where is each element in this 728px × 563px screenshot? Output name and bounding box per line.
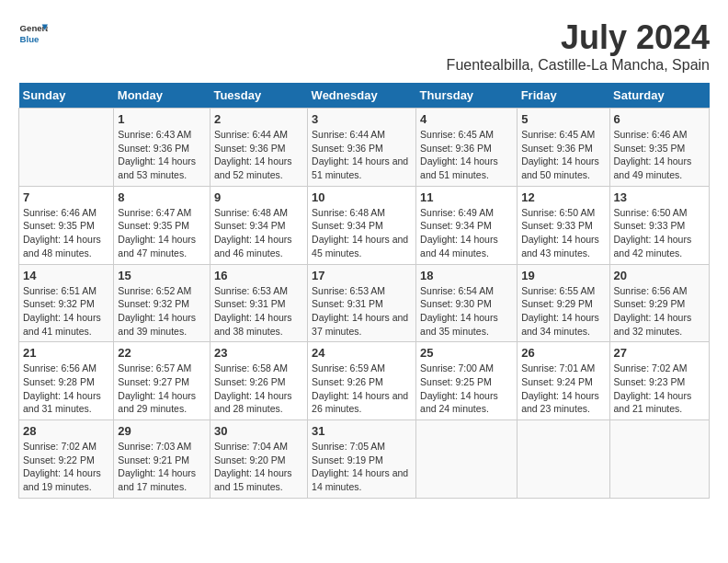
day-number: 6 — [614, 112, 705, 126]
day-number: 20 — [614, 269, 705, 282]
calendar-week-row: 1 Sunrise: 6:43 AM Sunset: 9:36 PM Dayli… — [19, 109, 710, 187]
calendar-cell: 1 Sunrise: 6:43 AM Sunset: 9:36 PM Dayli… — [114, 109, 210, 187]
sunrise-text: Sunrise: 6:58 AM — [214, 362, 303, 375]
day-number: 18 — [420, 269, 513, 282]
sunset-text: Sunset: 9:25 PM — [420, 375, 513, 389]
day-number: 25 — [420, 346, 513, 360]
sunset-text: Sunset: 9:19 PM — [312, 454, 412, 467]
day-info: Sunrise: 6:58 AM Sunset: 9:26 PM Dayligh… — [214, 362, 303, 416]
sunrise-text: Sunrise: 7:03 AM — [118, 440, 206, 454]
sunset-text: Sunset: 9:34 PM — [214, 219, 303, 233]
calendar-week-row: 21 Sunrise: 6:56 AM Sunset: 9:28 PM Dayl… — [19, 342, 710, 420]
sunset-text: Sunset: 9:29 PM — [521, 297, 605, 311]
day-info: Sunrise: 6:55 AM Sunset: 9:29 PM Dayligh… — [521, 284, 605, 339]
calendar-cell: 9 Sunrise: 6:48 AM Sunset: 9:34 PM Dayli… — [210, 186, 307, 264]
day-info: Sunrise: 6:52 AM Sunset: 9:32 PM Dayligh… — [118, 284, 206, 339]
daylight-text: Daylight: 14 hours and 41 minutes. — [23, 311, 109, 338]
calendar-cell: 25 Sunrise: 7:00 AM Sunset: 9:25 PM Dayl… — [416, 342, 518, 420]
daylight-text: Daylight: 14 hours and 37 minutes. — [312, 311, 412, 338]
sunrise-text: Sunrise: 6:49 AM — [420, 206, 513, 220]
day-info: Sunrise: 6:50 AM Sunset: 9:33 PM Dayligh… — [521, 206, 605, 260]
sunset-text: Sunset: 9:35 PM — [614, 142, 705, 155]
calendar-cell: 21 Sunrise: 6:56 AM Sunset: 9:28 PM Dayl… — [19, 342, 114, 420]
day-number: 29 — [118, 424, 206, 438]
sunset-text: Sunset: 9:31 PM — [214, 297, 303, 311]
calendar-cell: 14 Sunrise: 6:51 AM Sunset: 9:32 PM Dayl… — [19, 264, 114, 342]
calendar-cell — [518, 420, 609, 499]
daylight-text: Daylight: 14 hours and 52 minutes. — [214, 155, 303, 181]
sunset-text: Sunset: 9:23 PM — [614, 375, 705, 389]
daylight-text: Daylight: 14 hours and 51 minutes. — [420, 155, 513, 181]
calendar-cell: 16 Sunrise: 6:53 AM Sunset: 9:31 PM Dayl… — [210, 264, 307, 342]
calendar-cell: 5 Sunrise: 6:45 AM Sunset: 9:36 PM Dayli… — [518, 109, 609, 187]
day-info: Sunrise: 6:57 AM Sunset: 9:27 PM Dayligh… — [118, 362, 206, 416]
day-info: Sunrise: 6:49 AM Sunset: 9:34 PM Dayligh… — [420, 206, 513, 260]
daylight-text: Daylight: 14 hours and 28 minutes. — [214, 389, 303, 416]
sunrise-text: Sunrise: 6:51 AM — [23, 284, 109, 298]
day-info: Sunrise: 6:45 AM Sunset: 9:36 PM Dayligh… — [420, 128, 513, 182]
daylight-text: Daylight: 14 hours and 14 minutes. — [312, 466, 412, 493]
calendar-cell: 26 Sunrise: 7:01 AM Sunset: 9:24 PM Dayl… — [518, 342, 609, 420]
day-number: 23 — [214, 346, 303, 360]
calendar-cell: 10 Sunrise: 6:48 AM Sunset: 9:34 PM Dayl… — [308, 186, 416, 264]
sunset-text: Sunset: 9:22 PM — [23, 454, 109, 467]
header-sunday: Sunday — [19, 83, 114, 109]
daylight-text: Daylight: 14 hours and 47 minutes. — [118, 233, 206, 259]
day-info: Sunrise: 7:02 AM Sunset: 9:22 PM Dayligh… — [23, 440, 109, 494]
day-number: 27 — [614, 346, 705, 360]
day-info: Sunrise: 7:04 AM Sunset: 9:20 PM Dayligh… — [214, 440, 303, 494]
day-number: 4 — [420, 112, 513, 126]
sunset-text: Sunset: 9:26 PM — [312, 375, 412, 389]
day-number: 19 — [521, 269, 605, 282]
sunrise-text: Sunrise: 6:53 AM — [214, 284, 303, 298]
calendar-cell: 22 Sunrise: 6:57 AM Sunset: 9:27 PM Dayl… — [114, 342, 210, 420]
calendar-cell: 17 Sunrise: 6:53 AM Sunset: 9:31 PM Dayl… — [308, 264, 416, 342]
daylight-text: Daylight: 14 hours and 43 minutes. — [521, 233, 605, 259]
daylight-text: Daylight: 14 hours and 26 minutes. — [312, 389, 412, 416]
daylight-text: Daylight: 14 hours and 23 minutes. — [521, 389, 605, 416]
sunrise-text: Sunrise: 6:47 AM — [118, 206, 206, 220]
header-friday: Friday — [518, 83, 609, 109]
calendar-cell — [609, 420, 709, 499]
daylight-text: Daylight: 14 hours and 45 minutes. — [312, 233, 412, 259]
header-wednesday: Wednesday — [308, 83, 416, 109]
day-info: Sunrise: 7:02 AM Sunset: 9:23 PM Dayligh… — [614, 362, 705, 416]
day-number: 24 — [312, 346, 412, 360]
sunset-text: Sunset: 9:36 PM — [312, 142, 412, 155]
sunrise-text: Sunrise: 6:46 AM — [23, 206, 109, 220]
sunset-text: Sunset: 9:30 PM — [420, 297, 513, 311]
sunset-text: Sunset: 9:33 PM — [614, 219, 705, 233]
daylight-text: Daylight: 14 hours and 34 minutes. — [521, 311, 605, 338]
calendar-week-row: 14 Sunrise: 6:51 AM Sunset: 9:32 PM Dayl… — [19, 264, 710, 342]
sunset-text: Sunset: 9:32 PM — [118, 297, 206, 311]
sunset-text: Sunset: 9:36 PM — [420, 142, 513, 155]
day-number: 31 — [312, 424, 412, 438]
sunset-text: Sunset: 9:34 PM — [312, 219, 412, 233]
day-number: 11 — [420, 190, 513, 204]
header: General Blue July 2024 Fuentealbilla, Ca… — [18, 18, 710, 74]
sunrise-text: Sunrise: 6:55 AM — [521, 284, 605, 298]
day-info: Sunrise: 6:47 AM Sunset: 9:35 PM Dayligh… — [118, 206, 206, 260]
day-info: Sunrise: 7:03 AM Sunset: 9:21 PM Dayligh… — [118, 440, 206, 494]
calendar-cell: 15 Sunrise: 6:52 AM Sunset: 9:32 PM Dayl… — [114, 264, 210, 342]
day-info: Sunrise: 6:46 AM Sunset: 9:35 PM Dayligh… — [23, 206, 109, 260]
subtitle: Fuentealbilla, Castille-La Mancha, Spain — [447, 57, 710, 74]
daylight-text: Daylight: 14 hours and 19 minutes. — [23, 466, 109, 493]
sunrise-text: Sunrise: 6:44 AM — [312, 128, 412, 142]
day-info: Sunrise: 6:44 AM Sunset: 9:36 PM Dayligh… — [312, 128, 412, 182]
daylight-text: Daylight: 14 hours and 17 minutes. — [118, 466, 206, 493]
header-tuesday: Tuesday — [210, 83, 307, 109]
day-info: Sunrise: 7:01 AM Sunset: 9:24 PM Dayligh… — [521, 362, 605, 416]
daylight-text: Daylight: 14 hours and 21 minutes. — [614, 389, 705, 416]
day-info: Sunrise: 6:53 AM Sunset: 9:31 PM Dayligh… — [312, 284, 412, 339]
daylight-text: Daylight: 14 hours and 24 minutes. — [420, 389, 513, 416]
day-number: 13 — [614, 190, 705, 204]
day-info: Sunrise: 6:54 AM Sunset: 9:30 PM Dayligh… — [420, 284, 513, 339]
day-number: 2 — [214, 112, 303, 126]
day-number: 17 — [312, 269, 412, 282]
sunset-text: Sunset: 9:34 PM — [420, 219, 513, 233]
sunset-text: Sunset: 9:36 PM — [521, 142, 605, 155]
sunrise-text: Sunrise: 7:01 AM — [521, 362, 605, 375]
calendar-cell: 4 Sunrise: 6:45 AM Sunset: 9:36 PM Dayli… — [416, 109, 518, 187]
day-number: 9 — [214, 190, 303, 204]
